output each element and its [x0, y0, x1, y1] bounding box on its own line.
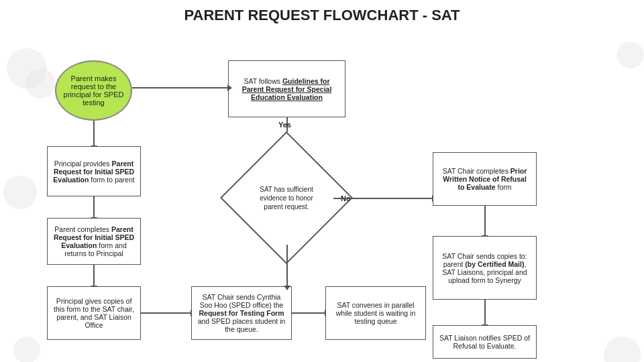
arrow-copies-to-liaison: [484, 300, 486, 325]
box-sat-guidelines: SAT follows Guidelines for Parent Reques…: [228, 60, 345, 117]
deco-circle-3: [3, 176, 37, 209]
deco-circle-5: [604, 337, 641, 362]
deco-circle-4: [13, 337, 40, 362]
box-sat-convenes: SAT convenes in parallel while student i…: [325, 286, 426, 340]
arrow-box1-to-box2: [93, 196, 95, 218]
arrow-no-path: [333, 198, 433, 199]
box-sat-liaison: SAT Liaison notifies SPED of Refusal to …: [433, 325, 537, 359]
box-principal-provides: Principal provides Parent Request for In…: [47, 146, 141, 196]
arrow-box2-to-box3: [93, 265, 95, 286]
box-sat-chair-sends: SAT Chair sends Cynthia Soo Hoo (SPED of…: [191, 286, 292, 340]
flowchart-area: Parent makes request to the principal fo…: [0, 28, 644, 362]
arrow-diamond-down: [286, 245, 288, 286]
arrow-box3-to-box4: [141, 312, 191, 314]
deco-circle-2: [25, 68, 56, 99]
box-sat-chair-notice: SAT Chair completes Prior Written Notice…: [433, 152, 537, 206]
arrow-box4-to-box5: [292, 312, 325, 314]
arrow-notice-to-copies: [484, 206, 486, 236]
arrow-oval-to-box1: [93, 121, 95, 146]
box-sat-copies: SAT Chair sends copies to: parent (by Ce…: [433, 236, 537, 300]
start-oval: Parent makes request to the principal fo…: [55, 60, 132, 121]
arrow-oval-to-guidelines: [132, 87, 228, 88]
yes-label: Yes: [278, 121, 291, 129]
box-principal-copies: Principal gives copies of this form to t…: [47, 286, 141, 340]
box-parent-completes: Parent completes Parent Request for Init…: [47, 218, 141, 265]
page-title: PARENT REQUEST FLOWCHART - SAT: [0, 0, 644, 28]
deco-circle-6: [617, 42, 644, 68]
diamond-evidence: SAT has sufficient evidence to honor par…: [239, 151, 333, 245]
